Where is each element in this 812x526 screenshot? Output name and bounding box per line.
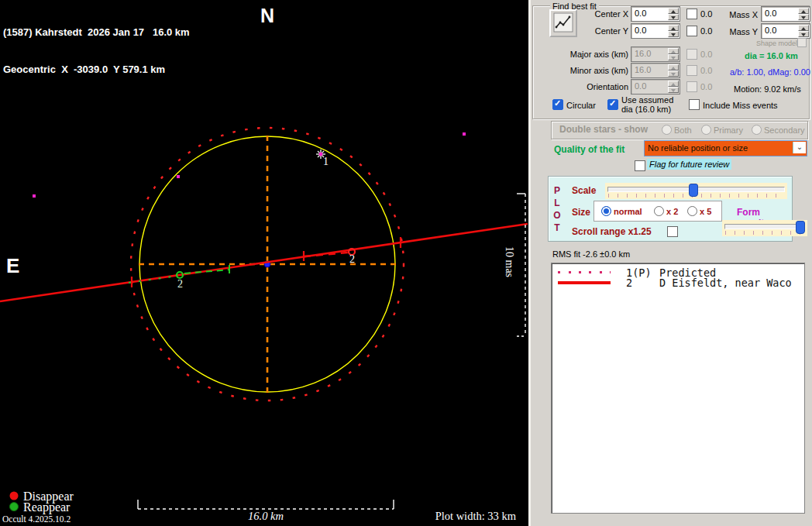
combo-dropdown-arrow-icon[interactable]: ⌄ [793,142,806,153]
center-y-down-arrow[interactable] [668,31,679,37]
minor-axis-up-arrow [668,64,679,70]
size-normal-radio[interactable] [601,206,611,216]
field-star-marker [177,175,180,178]
orientation-down-arrow [668,87,679,93]
major-axis-sigma: 0.0 [700,50,712,59]
center-x-up-arrow[interactable] [668,8,679,14]
major-axis-spinner: 16.0 [631,46,680,62]
double-stars-primary-radio [701,125,711,135]
mass-x-spinner[interactable]: 0.0 [761,6,810,22]
mas-scale-bar [517,194,525,336]
orientation-lock-checkbox [686,81,697,92]
diameter-readout: dia = 16.0 km [745,51,798,60]
mass-y-up-arrow[interactable] [798,25,809,31]
center-x-down-arrow[interactable] [668,14,679,20]
form-opacity-slider-thumb[interactable] [796,221,805,234]
orientation-value: 0.0 [635,81,646,91]
minor-axis-down-arrow [668,70,679,77]
use-assumed-dia-label: Use assumed dia (16.0 km) [621,95,680,114]
minor-axis-lock-checkbox [686,65,697,76]
rms-fit-readout: RMS fit -2.6 ±0.0 km [552,249,630,259]
mass-y-spinner[interactable]: 0.0 [761,23,810,39]
mas-scale-label: 10 mas [504,246,515,277]
predicted-dotted-line-icon [558,271,611,273]
form-opacity-slider-ticks [725,231,804,235]
major-axis-down-arrow [668,54,679,60]
minor-axis-spinner: 16.0 [631,63,680,78]
orientation-up-arrow [668,81,679,87]
plot-width-label: Plot width: 33 km [435,510,517,522]
plot-title-line1: (1587) Kahrstedt 2026 Jan 17 16.0 km [3,26,190,39]
double-stars-primary-label: Primary [714,125,743,135]
minor-axis-sigma: 0.0 [700,66,712,75]
reappear-dot-icon [10,503,19,511]
mass-x-label: Mass X [724,10,758,19]
quality-of-fit-combobox[interactable]: No reliable position or size ⌄ [644,140,807,156]
flag-future-review-checkbox[interactable] [635,160,645,171]
center-x-sigma: 0.0 [700,9,712,19]
center-x-value[interactable]: 0.0 [635,9,646,18]
orientation-spinner: 0.0 [631,79,680,95]
center-y-spinner[interactable]: 0.0 [631,23,680,39]
km-scale-label: 16.0 km [248,510,284,522]
north-direction-label: N [260,5,274,27]
chord-id: 2 [626,277,632,289]
plot-title-line2: Geocentric X -3039.0 Y 579.1 km [3,64,190,76]
scroll-range-label: Scroll range x1.25 [572,226,652,237]
circular-checkbox[interactable] [552,99,563,110]
circular-label: Circular [566,101,596,110]
double-stars-secondary-radio [752,125,762,135]
use-assumed-dia-checkbox[interactable] [607,99,618,110]
major-axis-label: Major axis (km) [559,50,628,59]
scroll-range-checkbox[interactable] [667,226,678,237]
scale-label: Scale [572,185,596,196]
scale-slider-thumb[interactable] [689,184,698,197]
chord-listbox[interactable]: 1(P) Predicted 2 D Eisfeldt, near Waco [551,263,805,514]
east-direction-label: E [6,254,19,278]
chord2-reappear-label: 2 [177,278,183,290]
star1-label: 1 [323,156,329,167]
quality-of-fit-label: Quality of the fit [554,144,624,155]
include-miss-events-checkbox[interactable] [689,99,700,110]
center-y-up-arrow[interactable] [668,25,679,31]
center-y-sigma: 0.0 [700,26,712,36]
size-label: Size [572,207,590,218]
size-x2-label: x 2 [666,207,678,216]
axis-ratio-readout: a/b: 1.00, dMag: 0.00 [730,67,810,77]
occultation-plot-area[interactable]: 1 2 2 10 mas [0,0,529,526]
center-x-label: Center X [559,9,628,19]
center-y-label: Center Y [559,26,628,36]
minor-axis-value: 16.0 [635,65,651,74]
shape-model-checkbox [797,38,807,47]
motion-readout: Motion: 9.02 km/s [734,84,801,94]
form-opacity-slider-track[interactable] [724,224,805,229]
orientation-sigma: 0.0 [700,82,712,91]
major-axis-lock-checkbox [686,49,697,60]
center-y-lock-checkbox[interactable] [686,26,697,36]
minor-axis-label: Minor axis (km) [559,66,628,75]
size-x5-label: x 5 [700,207,711,216]
app-version-label: Occult 4.2025.10.2 [2,514,71,524]
center-x-lock-checkbox[interactable] [686,9,697,19]
mass-y-value[interactable]: 0.0 [765,26,776,35]
mass-x-up-arrow[interactable] [798,8,809,14]
chord-desc: D Eisfeldt, near Waco [659,277,792,289]
center-x-spinner[interactable]: 0.0 [631,6,680,22]
flag-future-review-label: Flag for future review [647,159,731,170]
center-y-value[interactable]: 0.0 [635,26,646,35]
mass-x-down-arrow[interactable] [798,14,809,20]
mass-x-value[interactable]: 0.0 [765,9,776,18]
double-stars-title: Double stars - show [559,124,648,135]
chord2-disappear-label: 2 [349,253,355,265]
scale-slider[interactable] [605,183,787,199]
observed-solid-line-icon [558,281,611,284]
disappear-dot-icon [10,492,19,500]
plot-title: (1587) Kahrstedt 2026 Jan 17 16.0 km Geo… [3,2,190,101]
size-x2-radio[interactable] [654,206,664,216]
size-x5-radio[interactable] [687,206,697,216]
plot-controls-box: PLOT Scale Size normal x 2 x 5 Form opac… [548,176,793,242]
chord-list-row-observed[interactable]: 2 D Eisfeldt, near Waco [552,277,804,287]
form-opacity-slider[interactable] [722,220,807,236]
chord2-observed-track[interactable] [0,224,528,301]
mass-y-down-arrow[interactable] [798,31,809,37]
